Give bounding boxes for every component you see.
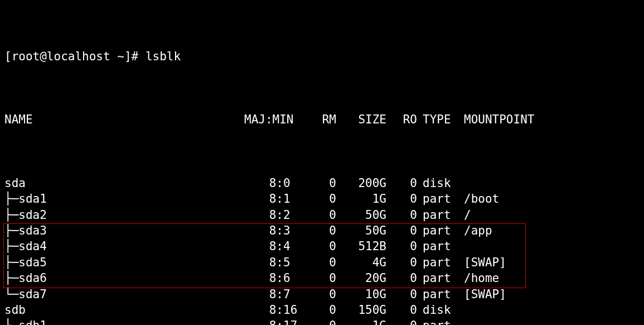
cell-mountpoint: [SWAP]	[462, 286, 506, 302]
cell-rm: 0	[306, 223, 336, 238]
cell-size: 1G	[336, 191, 386, 207]
cell-name: └─sda7	[4, 286, 244, 302]
prompt: [root@localhost ~]#	[4, 50, 146, 63]
cell-ro: 0	[386, 318, 417, 325]
col-header-size: SIZE	[336, 112, 386, 127]
cell-min: 17	[283, 318, 306, 325]
cell-ro: 0	[386, 191, 417, 207]
cell-rm: 0	[306, 302, 336, 318]
col-header-mnt: MOUNTPOINT	[462, 112, 534, 127]
cell-name: ├─sda4	[4, 238, 244, 254]
cell-mountpoint: /app	[462, 223, 492, 238]
cell-size: 50G	[336, 223, 386, 238]
cell-ro: 0	[386, 207, 417, 223]
table-row: ├─sda68:6020G0part/home	[4, 270, 640, 286]
cell-mountpoint: /boot	[462, 191, 499, 207]
cell-ro: 0	[386, 175, 417, 191]
cell-name: ├─sda6	[4, 270, 244, 286]
col-header-name: NAME	[4, 112, 244, 127]
table-row: ├─sdb18:1701G0part	[4, 318, 640, 325]
cell-maj: 8:	[244, 207, 283, 223]
cell-type: part	[417, 318, 462, 325]
cell-rm: 0	[306, 207, 336, 223]
cell-min: 4	[283, 238, 306, 254]
cell-ro: 0	[386, 255, 417, 270]
terminal[interactable]: [root@localhost ~]# lsblk NAMEMAJ:MINRMS…	[0, 0, 644, 325]
cell-ro: 0	[386, 286, 417, 302]
cell-maj: 8:	[244, 318, 283, 325]
cell-size: 20G	[336, 270, 386, 286]
cell-name: ├─sda1	[4, 191, 244, 207]
cell-mountpoint: /	[462, 207, 471, 223]
cell-type: part	[417, 286, 462, 302]
cell-mountpoint: /home	[462, 270, 499, 286]
cell-size: 150G	[336, 302, 386, 318]
col-header-ro: RO	[386, 112, 417, 127]
cell-maj: 8:	[244, 191, 283, 207]
cell-maj: 8:	[244, 238, 283, 254]
cell-name: ├─sda5	[4, 255, 244, 270]
cell-ro: 0	[386, 223, 417, 238]
table-row: ├─sda58:504G0part[SWAP]	[4, 255, 640, 270]
cell-rm: 0	[306, 238, 336, 254]
cell-min: 2	[283, 207, 306, 223]
col-header-rm: RM	[306, 112, 336, 127]
cell-maj: 8:	[244, 175, 283, 191]
cell-rm: 0	[306, 191, 336, 207]
cell-rm: 0	[306, 270, 336, 286]
table-row: ├─sda18:101G0part/boot	[4, 191, 640, 207]
cell-rm: 0	[306, 286, 336, 302]
cell-name: sda	[4, 175, 244, 191]
cell-size: 1G	[336, 318, 386, 325]
cell-rm: 0	[306, 255, 336, 270]
command-line: [root@localhost ~]# lsblk	[4, 49, 640, 64]
cell-size: 200G	[336, 175, 386, 191]
cell-type: part	[417, 191, 462, 207]
col-header-type: TYPE	[417, 112, 462, 127]
table-row: ├─sda28:2050G0part/	[4, 207, 640, 223]
table-row: sda8:00200G0disk	[4, 175, 640, 191]
cell-name: ├─sdb1	[4, 318, 244, 325]
table-row: sdb8:160150G0disk	[4, 302, 640, 318]
cell-min: 6	[283, 270, 306, 286]
cell-maj: 8:	[244, 270, 283, 286]
cell-maj: 8:	[244, 286, 283, 302]
cell-mountpoint: [SWAP]	[462, 255, 506, 270]
cell-size: 10G	[336, 286, 386, 302]
cell-maj: 8:	[244, 255, 283, 270]
cell-maj: 8:	[244, 223, 283, 238]
cell-maj: 8:	[244, 302, 283, 318]
table-row: ├─sda38:3050G0part/app	[4, 223, 640, 238]
cell-type: part	[417, 255, 462, 270]
cell-ro: 0	[386, 270, 417, 286]
cell-size: 4G	[336, 255, 386, 270]
command-text: lsblk	[146, 50, 181, 63]
cell-type: part	[417, 238, 462, 254]
cell-min: 7	[283, 286, 306, 302]
cell-type: disk	[417, 302, 462, 318]
cell-type: part	[417, 270, 462, 286]
cell-min: 3	[283, 223, 306, 238]
cell-name: sdb	[4, 302, 244, 318]
cell-ro: 0	[386, 238, 417, 254]
cell-size: 50G	[336, 207, 386, 223]
cell-rm: 0	[306, 175, 336, 191]
table-row: └─sda78:7010G0part[SWAP]	[4, 286, 640, 302]
cell-min: 0	[283, 175, 306, 191]
cell-type: disk	[417, 175, 462, 191]
header-row: NAMEMAJ:MINRMSIZEROTYPEMOUNTPOINT	[4, 112, 640, 127]
cell-name: ├─sda2	[4, 207, 244, 223]
cell-name: ├─sda3	[4, 223, 244, 238]
cell-rm: 0	[306, 318, 336, 325]
cell-size: 512B	[336, 238, 386, 254]
cell-min: 5	[283, 255, 306, 270]
cell-type: part	[417, 207, 462, 223]
cell-min: 16	[283, 302, 306, 318]
cell-min: 1	[283, 191, 306, 207]
cell-ro: 0	[386, 302, 417, 318]
cell-type: part	[417, 223, 462, 238]
col-header-majmin: MAJ:MIN	[244, 112, 306, 127]
table-row: ├─sda48:40512B0part	[4, 238, 640, 254]
